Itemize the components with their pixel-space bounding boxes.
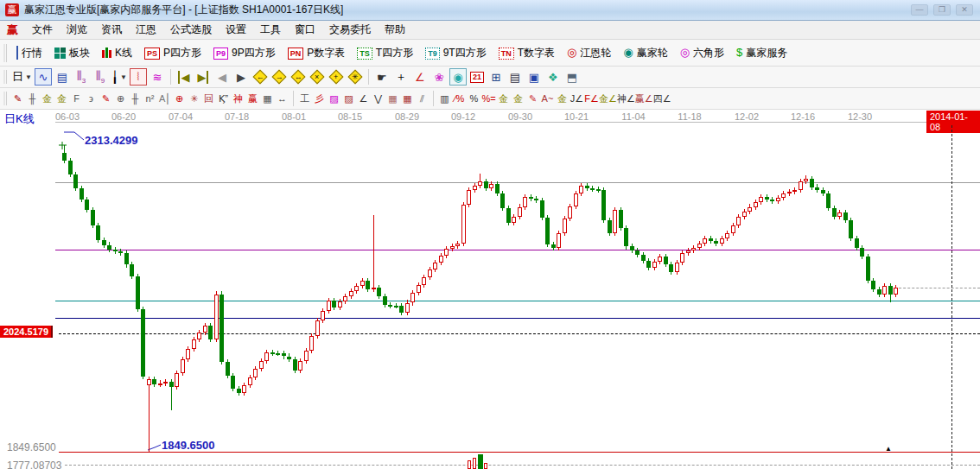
price-grid-tool[interactable]: ╫ bbox=[128, 91, 143, 107]
pencil-tool[interactable]: ✎ bbox=[99, 91, 113, 107]
period-selector[interactable]: 日▼ bbox=[11, 68, 33, 86]
wave-tool[interactable]: A~ bbox=[540, 91, 555, 107]
brush-bars-tool[interactable]: ✎ bbox=[525, 91, 540, 107]
grid-arrow-tool[interactable]: ▦ bbox=[400, 91, 415, 107]
angle-lines-tool[interactable]: ∠ bbox=[356, 91, 371, 107]
menu-item-3[interactable]: 江恩 bbox=[129, 21, 163, 39]
menu-item-6[interactable]: 工具 bbox=[253, 21, 288, 39]
workstation-icon[interactable]: ⬒ bbox=[563, 68, 581, 86]
crosshair-icon[interactable]: ＋ bbox=[392, 68, 410, 86]
menu-item-9[interactable]: 帮助 bbox=[378, 21, 412, 39]
menu-item-5[interactable]: 设置 bbox=[219, 21, 253, 39]
zigzag-tool[interactable]: ⋁ bbox=[371, 91, 385, 107]
first-page-icon[interactable]: ◀ bbox=[175, 68, 193, 86]
minimize-button[interactable]: — bbox=[911, 4, 928, 16]
ying-angle-tool[interactable]: 赢∠ bbox=[635, 91, 653, 107]
percent-level-tool[interactable]: %= bbox=[481, 91, 496, 107]
beam-tool[interactable]: 工 bbox=[297, 91, 312, 107]
reset-zoom-icon[interactable]: ✳ bbox=[347, 68, 364, 86]
angle-measure-icon[interactable]: ∠ bbox=[411, 68, 429, 86]
zoom-out-x-icon[interactable]: ← bbox=[251, 68, 269, 86]
menu-item-4[interactable]: 公式选股 bbox=[163, 21, 219, 39]
price-bars-tool[interactable]: ▥ bbox=[437, 91, 452, 107]
gold-underline-tool[interactable]: 金 bbox=[555, 91, 570, 107]
ps-box-button[interactable]: PSP四方形 bbox=[138, 43, 207, 63]
circle-time-tool[interactable]: ⊕ bbox=[113, 91, 128, 107]
toolbar-grip[interactable] bbox=[3, 92, 7, 106]
toolbar-grip[interactable] bbox=[3, 44, 7, 62]
arc-square-tool[interactable]: ▨ bbox=[327, 91, 341, 107]
gold-grid-tool[interactable]: 金 bbox=[40, 91, 54, 107]
square-spiral-tool[interactable]: 回 bbox=[201, 91, 216, 107]
arc-tool[interactable]: ϶ bbox=[84, 91, 99, 107]
overlay-compare-icon[interactable]: ∿ bbox=[35, 68, 52, 86]
rays-fan-tool[interactable]: 彡 bbox=[312, 91, 327, 107]
red-grid-tool[interactable]: ▦ bbox=[385, 91, 400, 107]
kline-candles-button[interactable]: K线 bbox=[96, 43, 138, 63]
gann-flower-icon[interactable]: ❀ bbox=[430, 68, 448, 86]
p9-box-button[interactable]: P99P四方形 bbox=[207, 43, 282, 63]
close-button[interactable]: ✕ bbox=[956, 4, 973, 16]
maximize-button[interactable]: ❐ bbox=[933, 4, 951, 16]
kline-mode-icon[interactable]: ⦚ bbox=[130, 68, 147, 86]
t9-box-button[interactable]: T99T四方形 bbox=[419, 43, 493, 63]
split-9-icon[interactable]: ⫼9 bbox=[92, 68, 109, 86]
menu-item-8[interactable]: 交易委托 bbox=[322, 21, 378, 39]
tn-box-button[interactable]: TNT数字表 bbox=[493, 43, 561, 63]
calendar-icon[interactable]: 21 bbox=[468, 68, 486, 86]
matrix-123-tool[interactable]: ▦ bbox=[260, 91, 275, 107]
shen-angle-tool[interactable]: 神∠ bbox=[617, 91, 635, 107]
split-3-icon[interactable]: ⫼3 bbox=[73, 68, 90, 86]
prev-page-icon[interactable]: ◀ bbox=[213, 68, 231, 86]
pn-box-button[interactable]: PNP数字表 bbox=[282, 43, 352, 63]
gold-angle-tool[interactable]: 金∠ bbox=[599, 91, 617, 107]
sector-blocks-button[interactable]: 板块 bbox=[48, 43, 96, 63]
shen-tool[interactable]: 神 bbox=[231, 91, 245, 107]
toolbar-grip[interactable] bbox=[3, 70, 7, 85]
menu-item-1[interactable]: 浏览 bbox=[60, 21, 94, 39]
ying-tool[interactable]: 赢 bbox=[245, 91, 260, 107]
width-measure-tool[interactable]: ↔ bbox=[275, 91, 290, 107]
gold-circle-tool[interactable]: 金 bbox=[496, 91, 511, 107]
fan-square-tool[interactable]: ▨ bbox=[341, 91, 356, 107]
f10-info-icon[interactable]: ▤ bbox=[54, 68, 71, 86]
next-page-icon[interactable]: ▶ bbox=[232, 68, 250, 86]
notes-icon[interactable]: ▤ bbox=[506, 68, 524, 86]
candle-style-icon[interactable]: ╽▼ bbox=[111, 68, 128, 86]
compress-xy-icon[interactable]: × bbox=[309, 68, 326, 86]
fib-tool[interactable]: F bbox=[69, 91, 84, 107]
quote-grid-button[interactable]: 行情 bbox=[10, 43, 48, 63]
gann-circle-tool[interactable]: ⊕ bbox=[172, 91, 187, 107]
expand-xy-icon[interactable]: + bbox=[328, 68, 345, 86]
export-net-icon[interactable]: ❖ bbox=[544, 68, 562, 86]
hexagon-button[interactable]: ◎六角形 bbox=[674, 43, 730, 63]
percent-line-tool[interactable]: ⁄% bbox=[452, 91, 467, 107]
winner-wheel-button[interactable]: ◉赢家轮 bbox=[617, 43, 673, 63]
j-angle-tool[interactable]: J∠ bbox=[570, 91, 584, 107]
winner-service-button[interactable]: $赢家服务 bbox=[730, 43, 793, 63]
pan-hand-icon[interactable]: ☛ bbox=[373, 68, 391, 86]
chart-canvas[interactable]: 日K线 06-0306-2007-0407-1808-0108-1508-290… bbox=[0, 110, 980, 469]
parallel-tool[interactable]: ⫽ bbox=[415, 91, 430, 107]
save-icon[interactable]: ▣ bbox=[525, 68, 543, 86]
f-angle-tool[interactable]: F∠ bbox=[584, 91, 599, 107]
last-page-icon[interactable]: ▶ bbox=[194, 68, 212, 86]
spiral-icon[interactable]: ◉ bbox=[449, 68, 467, 86]
knife-tool[interactable]: ✎ bbox=[10, 91, 25, 107]
k-count-tool[interactable]: Ϗ” bbox=[216, 91, 231, 107]
menu-item-0[interactable]: 文件 bbox=[25, 21, 60, 39]
calculator-icon[interactable]: ⊞ bbox=[487, 68, 505, 86]
expand-x-icon[interactable]: ↔ bbox=[290, 68, 307, 86]
gold-lines-tool[interactable]: 金 bbox=[511, 91, 525, 107]
zoom-in-x-icon[interactable]: → bbox=[270, 68, 288, 86]
square-number-tool[interactable]: n² bbox=[143, 91, 157, 107]
gann-wheel-button[interactable]: ◎江恩轮 bbox=[561, 43, 617, 63]
grid-tool[interactable]: ╫ bbox=[25, 91, 40, 107]
ts-box-button[interactable]: TST四方形 bbox=[351, 43, 419, 63]
text-tool[interactable]: A⎮ bbox=[157, 91, 172, 107]
menu-item-7[interactable]: 窗口 bbox=[288, 21, 322, 39]
menu-item-2[interactable]: 资讯 bbox=[94, 21, 129, 39]
percent-tool[interactable]: % bbox=[467, 91, 481, 107]
volume-profile-icon[interactable]: ≋ bbox=[149, 68, 166, 86]
four-angle-tool[interactable]: 四∠ bbox=[653, 91, 671, 107]
